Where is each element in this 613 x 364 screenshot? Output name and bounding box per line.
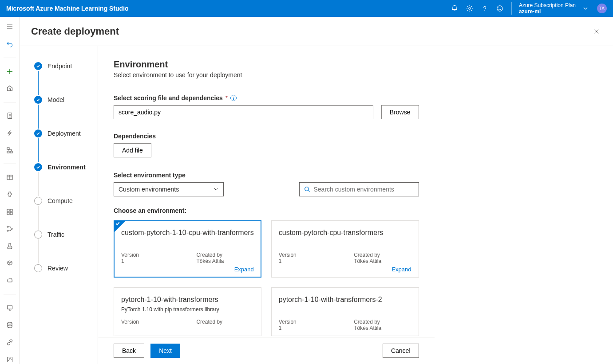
- step-deployment[interactable]: Deployment: [34, 129, 98, 138]
- browse-button[interactable]: Browse: [381, 105, 419, 119]
- svg-rect-8: [7, 151, 9, 153]
- data-labeling-icon[interactable]: [3, 355, 17, 364]
- scoring-file-input[interactable]: [114, 105, 373, 119]
- compute-icon[interactable]: [3, 303, 17, 313]
- designer-icon[interactable]: [3, 145, 17, 155]
- title-bar: Microsoft Azure Machine Learning Studio …: [0, 0, 613, 17]
- env-card-desc: PyTorch 1.10 with pip transformers libra…: [121, 306, 254, 313]
- svg-rect-13: [10, 212, 12, 215]
- endpoints-icon[interactable]: [3, 276, 17, 285]
- hamburger-icon[interactable]: [3, 22, 17, 31]
- env-card[interactable]: custom-pytorch-cpu-transformers Version …: [271, 220, 419, 278]
- section-title: Environment: [114, 59, 419, 70]
- choose-env-label: Choose an environment:: [114, 207, 419, 214]
- chevron-down-icon[interactable]: [582, 5, 589, 12]
- linked-services-icon[interactable]: [3, 337, 17, 347]
- back-button[interactable]: Back: [114, 344, 144, 358]
- step-endpoint[interactable]: Endpoint: [34, 61, 98, 71]
- env-type-select[interactable]: Custom environments: [114, 182, 224, 196]
- settings-gear-icon[interactable]: [466, 5, 473, 12]
- components-icon[interactable]: [3, 207, 17, 216]
- environments-icon[interactable]: [3, 242, 17, 251]
- env-card[interactable]: pytorch-1-10-with-transformers-2 Version…: [271, 287, 419, 336]
- chevron-down-icon: [214, 187, 219, 192]
- env-card[interactable]: custom-pytorch-1-10-cpu-with-tranformers…: [114, 220, 261, 278]
- env-card-expand[interactable]: Expand: [121, 266, 254, 273]
- step-traffic[interactable]: Traffic: [34, 230, 98, 239]
- jobs-icon[interactable]: [3, 190, 17, 200]
- close-icon[interactable]: [590, 26, 602, 39]
- env-card-createdby-label: Created by: [354, 252, 411, 258]
- env-card-version-label: Version: [121, 319, 178, 325]
- env-card[interactable]: pytorch-1-10-with-transformers PyTorch 1…: [114, 287, 261, 336]
- feedback-smiley-icon[interactable]: [496, 5, 503, 12]
- left-nav: [0, 17, 20, 364]
- pipelines-icon[interactable]: [3, 224, 17, 234]
- env-card-version-label: Version: [279, 319, 336, 325]
- step-review[interactable]: Review: [34, 263, 98, 273]
- svg-point-18: [8, 322, 12, 324]
- svg-point-2: [497, 6, 502, 11]
- section-subtitle: Select environment to use for your deplo…: [114, 71, 419, 78]
- env-card-createdby-value: Tőkés Attila: [196, 258, 253, 264]
- models-icon[interactable]: [3, 259, 17, 268]
- cancel-button[interactable]: Cancel: [383, 344, 419, 358]
- env-type-value: Custom environments: [119, 186, 179, 193]
- panel-title: Create deployment: [31, 26, 119, 37]
- svg-rect-7: [10, 151, 12, 153]
- env-card-title: custom-pytorch-1-10-cpu-with-tranformers: [121, 229, 254, 237]
- env-card-title: custom-pytorch-cpu-transformers: [279, 229, 411, 237]
- svg-point-16: [11, 228, 12, 230]
- svg-rect-12: [7, 212, 9, 215]
- workspace-name: azure-ml: [519, 8, 576, 15]
- plus-icon[interactable]: [3, 67, 17, 76]
- product-name: Microsoft Azure Machine Learning Studio: [6, 5, 129, 12]
- env-card-version-label: Version: [121, 252, 178, 258]
- svg-point-3: [498, 8, 499, 8]
- info-icon[interactable]: i: [230, 95, 237, 101]
- subscription-label: Azure Subscription Plan: [519, 2, 576, 8]
- env-card-version-value: 1: [279, 325, 336, 331]
- step-compute[interactable]: Compute: [34, 196, 98, 206]
- svg-point-1: [484, 10, 485, 11]
- env-card-createdby-value: Tőkés Attila: [354, 325, 411, 331]
- svg-rect-17: [8, 305, 12, 309]
- svg-point-20: [305, 187, 308, 191]
- svg-rect-11: [10, 209, 12, 211]
- data-icon[interactable]: [3, 173, 17, 182]
- env-card-createdby-label: Created by: [196, 319, 253, 325]
- search-icon: [304, 186, 310, 192]
- content-area: Environment Select environment to use fo…: [98, 46, 435, 337]
- env-type-label: Select environment type: [114, 172, 224, 179]
- env-card-createdby-value: Tőkés Attila: [354, 258, 411, 264]
- svg-point-14: [7, 226, 8, 227]
- env-card-version-value: 1: [121, 258, 178, 264]
- env-card-version-label: Version: [279, 252, 336, 258]
- svg-point-4: [501, 8, 501, 8]
- env-card-title: pytorch-1-10-with-transformers-2: [279, 296, 411, 304]
- wizard-steps: Endpoint Model Deployment Environment: [20, 46, 98, 364]
- notebooks-icon[interactable]: [3, 111, 17, 121]
- svg-point-0: [469, 8, 471, 9]
- dependencies-label: Dependencies: [114, 133, 419, 140]
- avatar[interactable]: TA: [597, 4, 607, 13]
- env-search-input[interactable]: [314, 186, 414, 193]
- env-search-box[interactable]: [299, 182, 419, 196]
- subscription-switcher[interactable]: Azure Subscription Plan azure-ml: [511, 2, 578, 15]
- step-model[interactable]: Model: [34, 95, 98, 105]
- env-card-expand[interactable]: Expand: [279, 266, 411, 273]
- next-button[interactable]: Next: [150, 344, 180, 358]
- notifications-icon[interactable]: [451, 5, 458, 12]
- step-environment[interactable]: Environment: [34, 162, 98, 172]
- add-file-button[interactable]: Add file: [114, 143, 151, 157]
- wizard-footer: Back Next Cancel: [98, 337, 435, 364]
- automl-icon[interactable]: [3, 128, 17, 137]
- help-icon[interactable]: [481, 5, 488, 12]
- undo-icon[interactable]: [3, 39, 17, 49]
- home-icon[interactable]: [3, 84, 17, 93]
- env-card-title: pytorch-1-10-with-transformers: [121, 296, 254, 304]
- env-card-createdby-label: Created by: [196, 252, 253, 258]
- env-card-version-value: 1: [279, 258, 336, 264]
- datastores-icon[interactable]: [3, 321, 17, 330]
- scoring-file-label: Select scoring file and dependencies * i: [114, 94, 419, 102]
